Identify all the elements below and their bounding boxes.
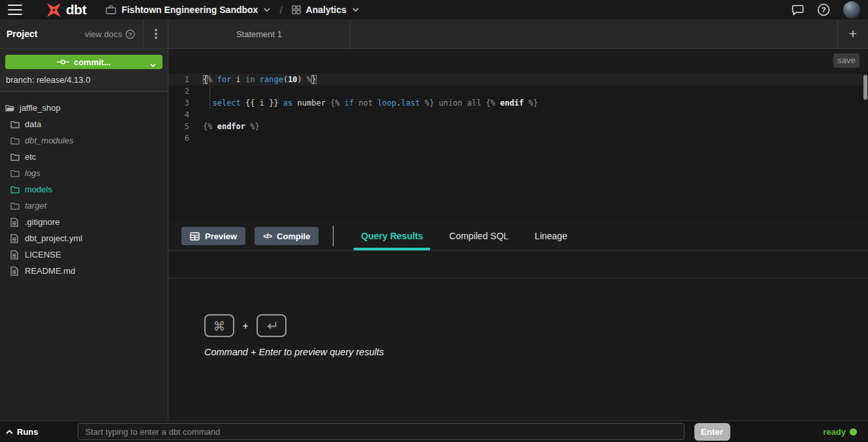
tree-item-data[interactable]: data [0, 116, 168, 132]
project-name: Analytics [306, 5, 347, 15]
chevron-down-icon [150, 59, 156, 69]
dbt-logo[interactable]: dbt [46, 2, 86, 18]
tree-item-label: .gitignore [25, 217, 59, 227]
editor-scrollbar[interactable] [863, 75, 867, 100]
status-indicator: ready [823, 427, 857, 437]
save-button[interactable]: save [833, 53, 860, 68]
folder-icon [10, 153, 21, 161]
folder-icon [10, 186, 21, 194]
tree-item-label: etc [25, 152, 36, 162]
tab-query-results[interactable]: Query Results [354, 222, 430, 250]
sidebar-menu-button[interactable] [143, 20, 168, 48]
code-text [197, 109, 203, 121]
help-icon[interactable]: ? [817, 3, 830, 16]
grid-apps-icon [292, 5, 301, 14]
line-number: 5 [168, 121, 197, 132]
code-editor[interactable]: 1{% for i in range(10) %}23 select {{ i … [168, 72, 868, 222]
user-avatar[interactable] [843, 1, 860, 18]
kebab-icon [155, 29, 157, 39]
code-line-4: 4 [168, 109, 868, 121]
line-number: 2 [168, 85, 197, 97]
line-number: 3 [168, 97, 197, 109]
status-dot [850, 428, 857, 435]
sidebar-title: Project [7, 29, 37, 39]
plus-separator: + [243, 321, 248, 331]
dbt-command-input[interactable] [78, 423, 685, 440]
results-tabs: Query ResultsCompiled SQLLineage [348, 222, 580, 250]
code-line-3: 3 select {{ i }} as number {% if not loo… [168, 97, 868, 109]
editor-action-strip: save [168, 49, 868, 72]
results-subheader [168, 251, 868, 278]
tree-item-label: jaffle_shop [20, 103, 61, 113]
tree-item-etc[interactable]: etc [0, 149, 168, 165]
file-explorer-sidebar: Project view docs ? [0, 20, 168, 420]
enter-button[interactable]: Enter [694, 423, 730, 441]
commit-button[interactable]: commit... [5, 55, 163, 69]
view-docs-link[interactable]: view docs ? [85, 29, 135, 39]
folder-icon [10, 121, 21, 128]
line-number: 6 [168, 132, 197, 144]
tree-item-label: data [25, 119, 41, 129]
code-line-1: 1{% for i in range(10) %} [168, 74, 868, 85]
tab-lineage[interactable]: Lineage [527, 222, 574, 250]
code-line-5: 5{% endfor %} [168, 121, 868, 132]
editor-pane: Statement 1 + save 1{% for i in range(10… [168, 20, 868, 420]
tree-item-label: dbt_modules [25, 136, 73, 145]
svg-text:?: ? [129, 31, 132, 37]
command-key-icon: ⌘ [204, 314, 234, 337]
file-icon [10, 267, 21, 276]
tree-item-target[interactable]: target [0, 198, 168, 214]
git-section: commit... branch: release/4.13.0 [0, 49, 168, 92]
account-switcher[interactable]: Fishtown Engineering Sandbox [106, 5, 270, 15]
folder-icon [10, 169, 21, 177]
project-switcher[interactable]: Analytics [292, 5, 359, 15]
code-line-2: 2 [168, 85, 868, 97]
tree-item-label: LICENSE [25, 250, 61, 259]
git-commit-icon [57, 59, 69, 65]
status-label: ready [823, 427, 846, 437]
tree-item-label: dbt_project.yml [25, 233, 82, 243]
command-bar: Runs Enter ready [0, 420, 868, 442]
hamburger-menu-icon[interactable] [8, 5, 22, 15]
code-text: {% endfor %} [197, 121, 260, 132]
breadcrumb-separator: / [279, 5, 282, 16]
code-text: {% for i in range(10) %} [197, 74, 317, 85]
editor-tab-bar: Statement 1 + [168, 20, 868, 49]
tree-item-label: target [25, 201, 46, 211]
tree-item-label: models [25, 184, 52, 194]
code-text [197, 85, 203, 97]
line-number: 4 [168, 109, 197, 121]
code-text [197, 132, 203, 144]
file-tree: jaffle_shopdatadbt_modulesetclogsmodelst… [0, 92, 168, 420]
code-icon: </> [263, 232, 271, 240]
shortcut-caption: Command + Enter to preview query results [204, 347, 868, 357]
tree-item-license[interactable]: LICENSE [0, 246, 168, 263]
tab-statement-1[interactable]: Statement 1 [168, 20, 350, 48]
tree-item-dbt-modules[interactable]: dbt_modules [0, 132, 168, 149]
toolbar-divider [333, 226, 333, 246]
chat-feedback-icon[interactable] [792, 5, 804, 16]
chevron-down-icon [352, 8, 359, 12]
tree-item--gitignore[interactable]: .gitignore [0, 214, 168, 230]
dbt-cloud-ide: dbt Fishtown Engineering Sandbox / Analy… [0, 0, 868, 442]
tab-compiled-sql[interactable]: Compiled SQL [442, 222, 516, 250]
tree-item-dbt-project-yml[interactable]: dbt_project.yml [0, 230, 168, 246]
code-line-6: 6 [168, 132, 868, 144]
folder-icon [10, 202, 21, 210]
account-name: Fishtown Engineering Sandbox [121, 5, 258, 15]
tree-item-models[interactable]: models [0, 181, 168, 198]
code-text: select {{ i }} as number {% if not loop.… [197, 97, 538, 109]
new-tab-button[interactable]: + [837, 20, 868, 48]
tree-item-logs[interactable]: logs [0, 165, 168, 181]
tree-item-jaffle-shop[interactable]: jaffle_shop [0, 100, 168, 116]
chevron-up-icon [6, 430, 13, 434]
svg-text:?: ? [822, 6, 826, 14]
shortcut-hint: ⌘ + [204, 314, 868, 337]
chevron-down-icon [264, 8, 270, 12]
file-icon [10, 234, 21, 243]
compile-button[interactable]: </> Compile [255, 227, 318, 245]
tree-item-readme-md[interactable]: README.md [0, 263, 168, 279]
runs-toggle[interactable]: Runs [6, 427, 39, 437]
preview-button[interactable]: Preview [181, 227, 245, 245]
folder-icon [10, 137, 21, 145]
